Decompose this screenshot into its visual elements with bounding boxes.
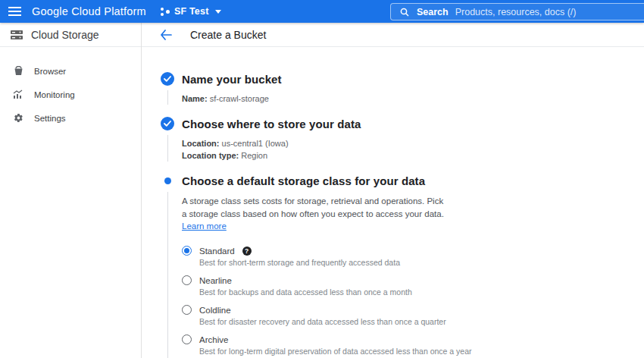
option-description: Best for disaster recovery and data acce…: [199, 317, 472, 326]
create-bucket-stepper: Name your bucket Name: sf-crawl-storage: [142, 47, 644, 358]
step-rail: [161, 72, 174, 105]
radio-coldline[interactable]: Coldline: [182, 305, 472, 315]
step-connector-line: [167, 135, 168, 162]
sidebar-item-label: Settings: [34, 114, 66, 123]
radio-archive[interactable]: Archive: [182, 334, 472, 344]
hamburger-menu-icon[interactable]: [0, 0, 29, 23]
page-header: Create a Bucket: [142, 23, 644, 47]
step-rail: [161, 174, 174, 358]
search-icon: [400, 8, 409, 17]
main-panel: Create a Bucket Name your bucket Name:: [142, 23, 644, 358]
field-location: Location: us-central1 (Iowa): [182, 137, 361, 149]
radio-button[interactable]: [182, 334, 192, 344]
page-title: Create a Bucket: [190, 29, 266, 41]
storage-class-options: Standard ? Best for short-term storage a…: [182, 246, 472, 356]
option-description: Best for long-term digital preservation …: [199, 347, 472, 356]
bucket-icon: [12, 66, 24, 76]
search-label: Search: [417, 7, 449, 17]
sidebar-item-browser[interactable]: Browser: [0, 59, 141, 83]
radio-button[interactable]: [182, 275, 192, 285]
option-archive: Archive Best for long-term digital prese…: [182, 334, 472, 356]
option-description: Best for backups and data accessed less …: [199, 287, 472, 297]
sidebar-header: Cloud Storage: [0, 23, 141, 47]
sidebar-title: Cloud Storage: [31, 29, 99, 41]
learn-more-link[interactable]: Learn more: [182, 221, 227, 231]
step-active-icon: [164, 177, 171, 184]
search-input[interactable]: Search Products, resources, docs (/): [390, 3, 644, 20]
sidebar-item-label: Browser: [34, 67, 66, 76]
option-description: Best for short-term storage and frequent…: [199, 258, 472, 267]
step-complete-icon: [161, 117, 174, 130]
sidebar-item-label: Monitoring: [34, 90, 75, 99]
project-name: SF Test: [174, 6, 209, 17]
gear-icon: [12, 113, 24, 123]
sidebar: Cloud Storage Browser Monitoring Setting…: [0, 23, 142, 358]
dropdown-arrow-icon: [215, 10, 221, 14]
radio-nearline[interactable]: Nearline: [182, 275, 472, 285]
option-nearline: Nearline Best for backups and data acces…: [182, 275, 472, 297]
sidebar-item-monitoring[interactable]: Monitoring: [0, 83, 141, 106]
option-standard: Standard ? Best for short-term storage a…: [182, 246, 472, 267]
radio-standard[interactable]: Standard ?: [182, 246, 472, 256]
project-icon: [160, 7, 170, 17]
project-selector[interactable]: SF Test: [160, 6, 221, 17]
step-name-your-bucket: Name your bucket Name: sf-crawl-storage: [161, 72, 644, 105]
step-description: A storage class sets costs for storage, …: [182, 195, 449, 233]
back-arrow-icon[interactable]: [158, 27, 174, 42]
step-connector-line: [167, 192, 168, 358]
step-title[interactable]: Choose where to store your data: [182, 118, 361, 130]
step-complete-icon: [161, 72, 174, 86]
chart-icon: [12, 90, 24, 99]
sidebar-item-settings[interactable]: Settings: [0, 106, 141, 130]
radio-button-selected[interactable]: [182, 246, 192, 256]
help-icon[interactable]: ?: [242, 247, 252, 256]
step-title[interactable]: Name your bucket: [182, 73, 282, 86]
app-title: Google Cloud Platform: [32, 5, 146, 17]
step-connector-line: [167, 90, 168, 105]
radio-button[interactable]: [182, 305, 192, 315]
top-app-bar: Google Cloud Platform SF Test Search Pro…: [0, 0, 644, 23]
sidebar-nav: Browser Monitoring Settings: [0, 47, 141, 130]
field-location-type: Location type: Region: [182, 149, 361, 162]
cloud-storage-icon: [10, 29, 23, 41]
step-title[interactable]: Choose a default storage class for your …: [182, 174, 472, 187]
step-storage-class: Choose a default storage class for your …: [161, 174, 644, 358]
step-choose-location: Choose where to store your data Location…: [161, 117, 644, 162]
search-placeholder: Products, resources, docs (/): [455, 7, 577, 17]
step-rail: [161, 117, 174, 162]
field-bucket-name: Name: sf-crawl-storage: [182, 93, 282, 105]
option-coldline: Coldline Best for disaster recovery and …: [182, 305, 472, 326]
